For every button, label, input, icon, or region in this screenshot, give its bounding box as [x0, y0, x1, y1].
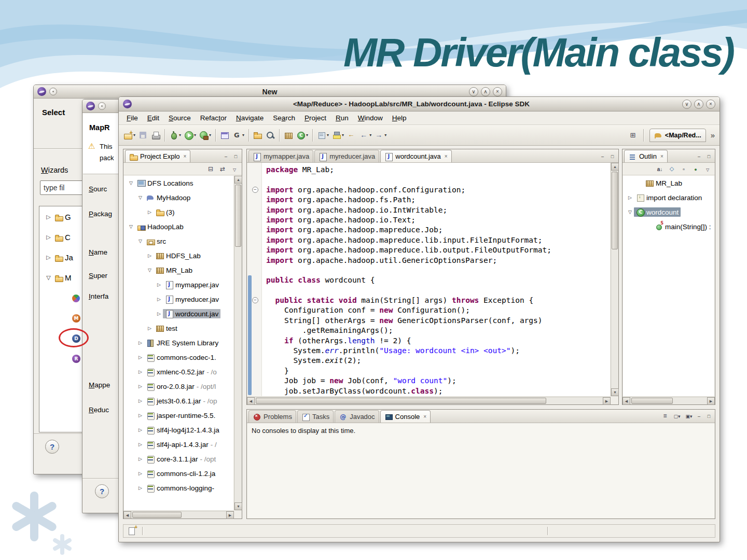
- new-task-icon[interactable]: [128, 526, 137, 536]
- minimize-view-button[interactable]: –: [598, 152, 607, 160]
- editor-tab-mymapper-java[interactable]: mymapper.java: [248, 150, 313, 162]
- editor-tab-wordcount-java[interactable]: wordcount.java×: [380, 150, 451, 162]
- tree-item-dfs-locations[interactable]: ▽DFS Locations: [124, 176, 233, 190]
- debug-button[interactable]: ▾: [168, 128, 183, 143]
- close-tab-icon[interactable]: ×: [445, 153, 448, 159]
- tree-item-wordcount[interactable]: ▽wordcount: [623, 205, 714, 219]
- expand-arrow-icon[interactable]: ▷: [45, 254, 52, 261]
- tree-item-wordcount-jav[interactable]: ▷wordcount.jav: [124, 306, 233, 321]
- menu-project[interactable]: Project: [300, 113, 331, 123]
- maximize-view-button[interactable]: □: [704, 412, 713, 420]
- tree-item-xmlenc-0-52-jar[interactable]: ▷xmlenc-0.52.jar - /o: [124, 365, 233, 379]
- expand-arrow-icon[interactable]: ▷: [626, 195, 634, 200]
- new-project-button[interactable]: [218, 128, 231, 143]
- maximize-button[interactable]: ∧: [694, 100, 703, 109]
- scroll-right-button[interactable]: ▶: [707, 397, 715, 405]
- menu-edit[interactable]: Edit: [143, 113, 164, 123]
- tree-item-slf4j-api-1-4-3-jar[interactable]: ▷slf4j-api-1.4.3.jar - /: [124, 437, 233, 452]
- hide-fields-button[interactable]: [667, 164, 676, 174]
- tree-item-jets3t-0-6-1-jar[interactable]: ▷jets3t-0.6.1.jar - /op: [124, 394, 233, 408]
- menu-source[interactable]: Source: [164, 113, 196, 123]
- maximize-button[interactable]: ∧: [481, 87, 490, 96]
- help-button[interactable]: ?: [95, 484, 109, 498]
- minimize-button[interactable]: ∨: [682, 100, 691, 109]
- clear-console-button[interactable]: [660, 411, 670, 421]
- tree-item-core-3-1-1-jar[interactable]: ▷core-3.1.1.jar - /opt: [124, 452, 233, 466]
- tree-item-mymapper-jav[interactable]: ▷mymapper.jav: [124, 277, 233, 292]
- menu-refactor[interactable]: Refactor: [196, 113, 231, 123]
- minimize-view-button[interactable]: –: [695, 412, 703, 420]
- window-menu-button[interactable]: [98, 102, 106, 110]
- expand-arrow-icon[interactable]: ▷: [136, 369, 144, 374]
- tree-item-commons-codec-1[interactable]: ▷commons-codec-1.: [124, 350, 233, 365]
- horizontal-scrollbar[interactable]: ◀ ▶: [622, 397, 715, 404]
- maximize-view-button[interactable]: □: [608, 152, 617, 160]
- expand-arrow-icon[interactable]: ▷: [155, 282, 163, 287]
- expand-arrow-icon[interactable]: ▷: [146, 326, 154, 331]
- new-wizard-button[interactable]: ▾: [122, 128, 137, 143]
- generate-button[interactable]: ▾: [231, 128, 246, 143]
- tree-item-jre-system-library[interactable]: ▷JRE System Library: [124, 335, 233, 350]
- tree-item-mr-lab[interactable]: MR_Lab: [623, 176, 714, 190]
- display-console-button[interactable]: [672, 411, 682, 421]
- sort-button[interactable]: [655, 164, 665, 174]
- view-tab-javadoc[interactable]: Javadoc: [335, 410, 379, 423]
- tree-item-src[interactable]: ▽src: [124, 234, 233, 248]
- expand-arrow-icon[interactable]: ▷: [136, 427, 144, 432]
- expand-arrow-icon[interactable]: ▷: [146, 209, 154, 215]
- expand-arrow-icon[interactable]: ▷: [136, 413, 144, 418]
- tree-item-test[interactable]: ▷test: [124, 321, 233, 335]
- mark-occurrences-button[interactable]: ▾: [330, 128, 345, 143]
- back-button[interactable]: ▾: [358, 128, 373, 143]
- menu-navigate[interactable]: Navigate: [231, 113, 268, 123]
- menu-help[interactable]: Help: [388, 113, 411, 123]
- collapse-arrow-icon[interactable]: ▽: [146, 268, 154, 273]
- close-view-icon[interactable]: ×: [184, 153, 187, 159]
- view-tab-problems[interactable]: Problems: [248, 410, 296, 423]
- expand-arrow-icon[interactable]: ▷: [136, 485, 144, 491]
- scroll-down-button[interactable]: ▼: [234, 502, 242, 510]
- close-button[interactable]: ×: [706, 100, 715, 109]
- expand-arrow-icon[interactable]: ▷: [136, 340, 144, 345]
- tree-item-myhadoop[interactable]: ▽MyHadoop: [124, 190, 233, 205]
- tree-item-myreducer-jav[interactable]: ▷myreducer.jav: [124, 292, 233, 306]
- search-button[interactable]: [264, 128, 276, 143]
- collapse-arrow-icon[interactable]: ▽: [127, 180, 135, 186]
- vertical-scrollbar[interactable]: ▲ ▼: [234, 176, 242, 510]
- collapse-arrow-icon[interactable]: ▽: [136, 239, 144, 244]
- new-class-button[interactable]: ▾: [295, 128, 310, 143]
- expand-arrow-icon[interactable]: ▷: [136, 442, 144, 447]
- view-tab-project-explorer[interactable]: Project Explo ×: [125, 150, 190, 162]
- run-button[interactable]: ▾: [183, 128, 198, 143]
- print-button[interactable]: [149, 128, 162, 143]
- horizontal-scrollbar[interactable]: ◀ ▶: [247, 397, 611, 404]
- scrollbar-thumb[interactable]: [235, 185, 241, 247]
- scroll-up-button[interactable]: ▲: [611, 163, 619, 171]
- collapse-arrow-icon[interactable]: ▽: [45, 274, 52, 281]
- tree-item-jasper-runtime-5-5[interactable]: ▷jasper-runtime-5.5.: [124, 408, 233, 423]
- expand-arrow-icon[interactable]: ▷: [136, 355, 144, 360]
- expand-arrow-icon[interactable]: ▷: [155, 311, 163, 316]
- scrollbar-thumb[interactable]: [612, 172, 618, 249]
- scroll-left-button[interactable]: ◀: [247, 397, 255, 405]
- editor-tab-myreducer-java[interactable]: myreducer.java: [314, 150, 379, 162]
- tree-item-import-declaration[interactable]: ▷import declaration: [623, 190, 714, 205]
- horizontal-scrollbar[interactable]: ◀ ▶: [123, 511, 234, 519]
- scroll-right-button[interactable]: ▶: [226, 511, 234, 519]
- tree-item-slf4j-log4j12-1-4-3-ja[interactable]: ▷slf4j-log4j12-1.4.3.ja: [124, 423, 233, 437]
- minimize-button[interactable]: ∨: [469, 87, 478, 96]
- expand-arrow-icon[interactable]: ▷: [45, 234, 52, 241]
- view-tab-outline[interactable]: Outlin ×: [624, 150, 668, 162]
- minimize-view-button[interactable]: –: [695, 152, 703, 160]
- maximize-view-button[interactable]: □: [704, 152, 713, 160]
- code-area[interactable]: package MR_Lab; import org.apache.hadoop…: [262, 163, 610, 396]
- perspective-overflow-chevron[interactable]: »: [709, 131, 716, 139]
- open-perspective-button[interactable]: [628, 131, 638, 140]
- scroll-down-button[interactable]: ▼: [611, 388, 619, 396]
- vertical-scrollbar[interactable]: ▲ ▼: [611, 163, 618, 396]
- fold-marker-icon[interactable]: [252, 187, 258, 193]
- last-edit-button[interactable]: [345, 128, 358, 143]
- help-button[interactable]: ?: [45, 440, 59, 454]
- scroll-up-button[interactable]: ▲: [234, 176, 242, 184]
- menu-run[interactable]: Run: [331, 113, 353, 123]
